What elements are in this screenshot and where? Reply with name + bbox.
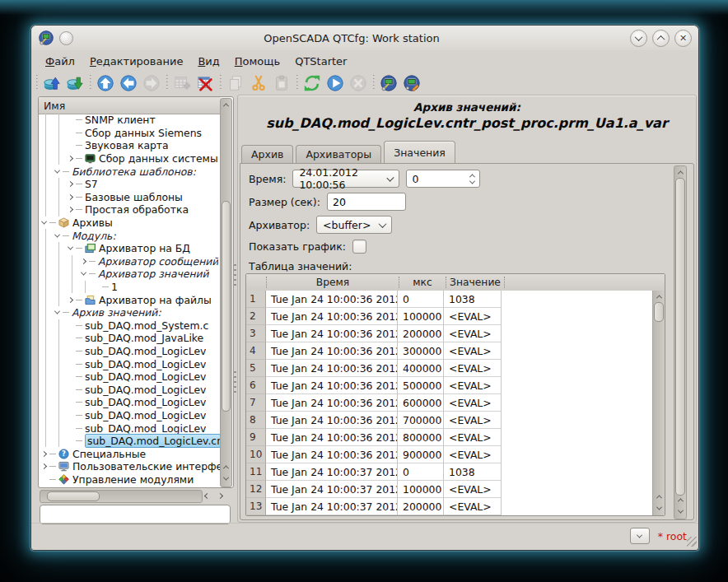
row-number[interactable]: 12 [246,481,266,498]
qtcfg-tools-button[interactable] [378,72,399,94]
table-column-header[interactable]: Значение [446,277,505,288]
cell-usec[interactable]: 100000 [398,481,444,498]
cell-value[interactable]: <EVAL> [444,308,502,325]
table-row[interactable]: 1Tue Jan 24 10:00:36 201201038 [246,291,653,308]
cell-usec[interactable]: 600000 [398,394,444,412]
tree-expander-icon[interactable] [65,156,76,161]
usec-spinbox[interactable]: 0 [406,170,480,188]
table-row[interactable]: 12Tue Jan 24 10:00:37 2012100000<EVAL> [246,481,653,498]
cell-value[interactable]: <EVAL> [444,446,502,463]
tree-expander-icon[interactable] [78,259,89,263]
content-vertical-scrollbar[interactable] [674,165,687,519]
cell-usec[interactable]: 900000 [398,446,444,463]
row-number[interactable]: 11 [246,463,266,481]
cell-time[interactable]: Tue Jan 24 10:00:37 2012 [266,481,398,498]
splitter-handle[interactable] [234,264,236,286]
cell-value[interactable]: <EVAL> [444,325,502,342]
tree-item[interactable]: sub_DAQ.mod_LogicLev [39,383,221,396]
tree-item[interactable]: Управление модулями [39,473,221,487]
tree-item[interactable]: sub_DAQ.mod_LogicLev [39,409,221,422]
cell-usec[interactable]: 400000 [398,360,444,377]
cell-value[interactable]: <EVAL> [444,342,502,360]
cell-time[interactable]: Tue Jan 24 10:00:36 2012 [266,291,398,308]
tree-expander-icon[interactable] [52,310,63,314]
tree-expander-icon[interactable] [39,464,49,468]
cell-usec[interactable]: 0 [398,463,444,481]
row-number[interactable]: 1 [246,291,266,308]
tree-item[interactable]: Базовые шаблоны [39,191,221,204]
tree-item[interactable]: Простая обработка [39,203,221,217]
tree-expander-icon[interactable] [65,195,76,199]
table-row[interactable]: 3Tue Jan 24 10:00:36 2012200000<EVAL> [246,325,653,342]
tree-column-header[interactable]: Имя [39,97,221,114]
cell-usec[interactable]: 300000 [398,342,444,360]
tree-item[interactable]: Модуль: [39,229,221,242]
table-scrollbar-thumb[interactable] [654,302,664,322]
tab-Архиваторы[interactable]: Архиваторы [296,145,381,163]
minimize-button[interactable] [630,30,647,47]
row-number[interactable]: 5 [246,360,266,377]
cell-usec[interactable]: 100000 [398,308,444,325]
row-number[interactable]: 10 [246,446,266,463]
tree-expander-icon[interactable] [65,207,76,212]
table-row[interactable]: 2Tue Jan 24 10:00:36 2012100000<EVAL> [246,308,653,325]
tab-Архив[interactable]: Архив [241,145,293,163]
tree-item[interactable]: Архиватор на БД [39,242,221,255]
menu-item[interactable]: Вид [190,53,226,70]
tree-item[interactable]: Звуковая карта [39,139,221,152]
tree-item[interactable]: sub_DAQ.mod_LogicLev [39,345,221,358]
row-number[interactable]: 2 [246,308,266,325]
cell-usec[interactable]: 800000 [398,429,444,446]
qtcfg-config-button[interactable] [401,72,422,94]
tree-item[interactable]: sub_DAQ.mod_System.c [39,319,221,333]
row-number[interactable]: 13 [246,498,266,515]
cell-time[interactable]: Tue Jan 24 10:00:36 2012 [266,325,398,342]
tree-item[interactable]: sub_DAQ.mod_JavaLike [39,332,221,345]
scroll-down-icon[interactable] [221,473,231,483]
cell-time[interactable]: Tue Jan 24 10:00:36 2012 [266,342,398,360]
tree-item[interactable]: sub_DAQ.mod_LogicLev [39,370,221,384]
table-row[interactable]: 5Tue Jan 24 10:00:36 2012400000<EVAL> [246,360,653,377]
table-row[interactable]: 10Tue Jan 24 10:00:36 2012900000<EVAL> [246,446,653,463]
row-number[interactable]: 8 [246,412,266,429]
pin-button[interactable] [59,31,73,45]
tree-item[interactable]: sub_DAQ.mod_LogicLev [39,396,221,409]
cell-value[interactable]: <EVAL> [444,412,502,429]
load-button[interactable] [41,72,63,94]
up-button[interactable] [95,72,116,94]
size-input[interactable] [327,193,406,211]
tree-expander-icon[interactable] [65,246,76,250]
scroll-up-icon[interactable] [221,100,231,109]
tab-Значения[interactable]: Значения [384,141,455,163]
menu-item[interactable]: QTStarter [287,53,354,70]
tree-item[interactable]: Пользовательские интерфейсы [39,460,221,473]
tree-item[interactable]: sub_DAQ.mod_LogicLev [39,421,221,435]
cell-value[interactable]: <EVAL> [444,394,502,412]
tree-expander-icon[interactable] [52,170,63,174]
cell-value[interactable]: <EVAL> [444,498,502,515]
refresh-button[interactable] [301,72,323,94]
cell-value[interactable]: <EVAL> [444,360,502,377]
tree-item[interactable]: Архиватор на файлы [39,293,221,306]
tree-item[interactable]: ?Специальные [39,447,221,460]
menu-item[interactable]: Файл [38,53,82,70]
cell-usec[interactable]: 700000 [398,412,444,429]
cell-usec[interactable]: 200000 [398,325,444,342]
menu-item[interactable]: Редактирование [82,53,190,70]
scroll-up-icon[interactable] [674,495,686,505]
tree-item[interactable]: 1 [39,281,221,294]
scroll-up-icon[interactable] [221,462,231,472]
cell-time[interactable]: Tue Jan 24 10:00:36 2012 [266,446,398,463]
tree-expander-icon[interactable] [39,452,49,456]
save-button[interactable] [64,72,86,94]
table-row[interactable]: 4Tue Jan 24 10:00:36 2012300000<EVAL> [246,342,653,360]
cell-time[interactable]: Tue Jan 24 10:00:36 2012 [266,377,398,394]
cell-value[interactable]: <EVAL> [444,429,502,446]
table-row[interactable]: 7Tue Jan 24 10:00:36 2012600000<EVAL> [246,394,653,412]
table-column-header[interactable]: мкс [399,277,446,288]
tree-item[interactable]: Сбор данных Siemens [39,127,221,140]
cell-time[interactable]: Tue Jan 24 10:00:37 2012 [266,463,398,481]
user-dropdown[interactable] [630,528,650,544]
tree-item[interactable]: Библиотека шаблонов: [39,165,221,178]
row-number[interactable]: 3 [246,325,266,342]
